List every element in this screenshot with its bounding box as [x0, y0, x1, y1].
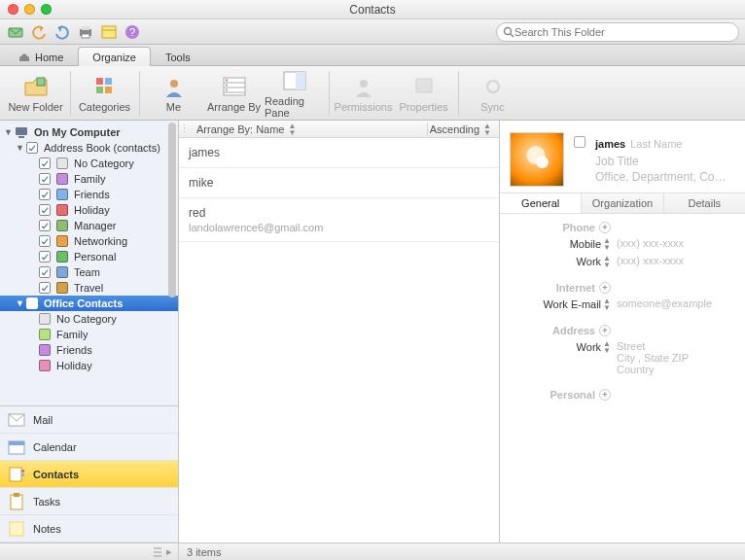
checkbox-icon[interactable]	[39, 158, 51, 169]
detail-pane: james Last Name Job Title Office, Depart…	[500, 121, 745, 542]
detail-tab-organization[interactable]: Organization	[582, 193, 663, 213]
contact-list[interactable]: jamesmikeredlandolawrence6@gmail.com	[179, 138, 499, 542]
contact-row[interactable]: redlandolawrence6@gmail.com	[179, 198, 499, 242]
checkbox-icon[interactable]	[39, 235, 51, 247]
checkbox-icon[interactable]	[26, 142, 38, 154]
tree-office-contacts[interactable]: ▼Office Contacts	[0, 296, 178, 311]
tab-home[interactable]: Home	[4, 47, 78, 66]
contacts-icon	[8, 466, 25, 483]
contact-name[interactable]: james Last Name	[595, 132, 735, 153]
nav-list: Mail Calendar Contacts Tasks Notes	[0, 405, 178, 542]
nav-tasks[interactable]: Tasks	[0, 488, 178, 515]
checkbox-icon[interactable]	[39, 204, 51, 216]
nav-notes[interactable]: Notes	[0, 515, 178, 542]
field-row[interactable]: Work E-mail▲▼someone@example	[500, 298, 735, 311]
contact-jobtitle[interactable]: Job Title	[595, 155, 735, 168]
checkbox-icon[interactable]	[39, 266, 51, 278]
add-phone-button[interactable]: +	[599, 222, 611, 233]
arrange-by-header[interactable]: Arrange By: Name▲▼	[189, 122, 427, 136]
detail-tab-general[interactable]: General	[500, 193, 582, 213]
nav-mail[interactable]: Mail	[0, 406, 178, 434]
add-address-button[interactable]: +	[599, 325, 611, 336]
category-color-icon	[56, 282, 68, 294]
tree-category[interactable]: Holiday	[0, 358, 178, 373]
checkbox-icon[interactable]	[39, 173, 51, 185]
tab-tools[interactable]: Tools	[151, 47, 205, 66]
tab-organize[interactable]: Organize	[78, 47, 151, 66]
nav-contacts[interactable]: Contacts	[0, 461, 178, 488]
computer-icon	[15, 126, 28, 138]
contact-meta[interactable]: Office, Department, Company	[595, 170, 735, 184]
svg-rect-13	[96, 87, 103, 93]
field-row[interactable]: Work▲▼Street City , State ZIP Country	[500, 340, 735, 375]
checkbox-icon[interactable]	[39, 189, 51, 200]
me-button[interactable]: Me	[144, 68, 204, 119]
tree-address-book[interactable]: ▼Address Book (contacts)	[0, 140, 178, 156]
svg-rect-36	[14, 493, 19, 497]
folder-tree[interactable]: ▼On My Computer ▼Address Book (contacts)…	[0, 121, 178, 405]
arrange-by-button[interactable]: Arrange By	[204, 68, 265, 119]
category-color-icon	[39, 344, 51, 356]
scrollbar-thumb[interactable]	[168, 122, 176, 298]
svg-rect-20	[226, 79, 228, 81]
tree-root[interactable]: ▼On My Computer	[0, 124, 178, 140]
print-icon[interactable]	[76, 22, 95, 42]
svg-line-9	[511, 34, 514, 37]
checkbox-icon[interactable]	[39, 220, 51, 231]
my-day-icon[interactable]	[99, 22, 119, 42]
tree-category[interactable]: Family	[0, 327, 178, 342]
help-icon[interactable]: ?	[123, 22, 142, 42]
contact-row[interactable]: mike	[179, 168, 499, 198]
chevron-right-icon[interactable]: ▸	[166, 545, 172, 558]
tree-category[interactable]: Networking	[0, 233, 178, 249]
tree-category[interactable]: Friends	[0, 342, 178, 358]
checkbox-icon[interactable]	[39, 251, 51, 262]
send-receive-icon[interactable]	[6, 22, 25, 42]
tasks-icon	[8, 493, 25, 510]
contact-avatar[interactable]	[510, 132, 564, 187]
tree-category[interactable]: Team	[0, 264, 178, 280]
add-internet-button[interactable]: +	[599, 282, 611, 294]
collapse-icon[interactable]	[153, 547, 162, 557]
categories-button[interactable]: Categories	[75, 68, 135, 119]
permissions-button: Permissions	[334, 68, 394, 119]
tree-category[interactable]: Personal	[0, 249, 178, 264]
tree-category[interactable]: No Category	[0, 311, 178, 327]
reading-pane-button[interactable]: Reading Pane	[265, 68, 325, 119]
add-personal-button[interactable]: +	[599, 389, 611, 401]
updown-icon: ▲▼	[603, 298, 611, 311]
sort-order-header[interactable]: Ascending▲▼	[427, 122, 499, 136]
checkbox-icon[interactable]	[26, 298, 38, 309]
undo-icon[interactable]	[29, 22, 49, 42]
tree-category[interactable]: Travel	[0, 280, 178, 296]
column-resize-handle[interactable]: ⋮	[179, 122, 189, 135]
contact-row[interactable]: james	[179, 138, 499, 168]
redo-icon[interactable]	[53, 22, 72, 42]
contact-flag-checkbox[interactable]	[574, 136, 585, 148]
tree-category[interactable]: No Category	[0, 156, 178, 171]
checkbox-icon[interactable]	[39, 282, 51, 294]
list-header: ⋮ Arrange By: Name▲▼ Ascending▲▼	[179, 121, 499, 138]
tree-category[interactable]: Holiday	[0, 202, 178, 218]
field-row[interactable]: Work▲▼(xxx) xxx-xxxx	[500, 255, 735, 268]
updown-icon: ▲▼	[603, 255, 611, 268]
field-row[interactable]: Mobile▲▼(xxx) xxx-xxxx	[500, 237, 735, 251]
category-color-icon	[39, 313, 51, 325]
new-folder-button[interactable]: New Folder	[6, 68, 66, 119]
tree-category[interactable]: Friends	[0, 187, 178, 202]
detail-tab-details[interactable]: Details	[664, 193, 745, 213]
tree-category[interactable]: Family	[0, 171, 178, 187]
svg-rect-34	[21, 473, 24, 476]
folder-search[interactable]	[496, 22, 739, 42]
status-bar: ▸ 3 items	[0, 542, 745, 560]
svg-rect-12	[105, 78, 112, 85]
ribbon: New Folder Categories Me Arrange By Read…	[0, 66, 745, 121]
category-color-icon	[56, 204, 68, 216]
home-icon	[18, 52, 30, 62]
tree-category[interactable]: Manager	[0, 218, 178, 233]
category-color-icon	[56, 158, 68, 169]
section-address: Address+ Work▲▼Street City , State ZIP C…	[500, 325, 735, 375]
nav-calendar[interactable]: Calendar	[0, 434, 178, 461]
svg-rect-33	[21, 470, 24, 472]
search-input[interactable]	[514, 26, 732, 38]
